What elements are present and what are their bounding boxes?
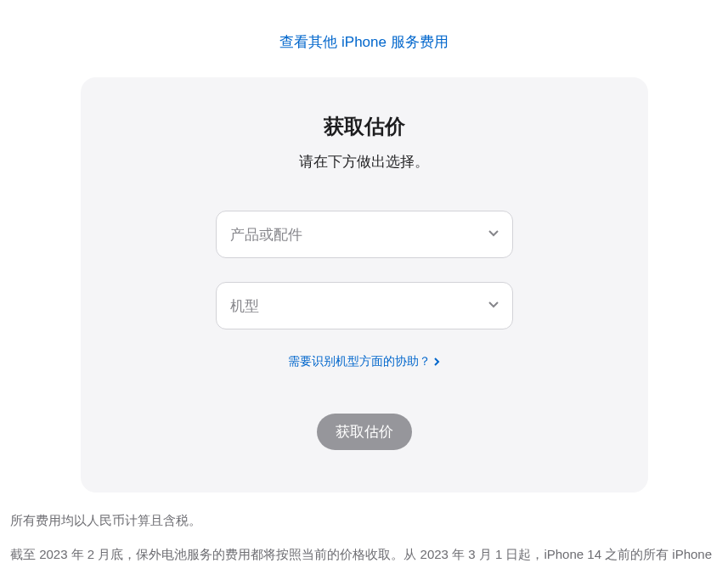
footer-notes: 所有费用均以人民币计算且含税。 截至 2023 年 2 月底，保外电池服务的费用… <box>0 493 728 563</box>
card-title: 获取估价 <box>115 113 614 140</box>
card-subtitle: 请在下方做出选择。 <box>115 152 614 172</box>
identify-model-help-link[interactable]: 需要识别机型方面的协助？ <box>288 354 440 369</box>
footer-line-2: 截至 2023 年 2 月底，保外电池服务的费用都将按照当前的价格收取。从 20… <box>10 543 718 564</box>
footer-line-1: 所有费用均以人民币计算且含税。 <box>10 510 718 532</box>
estimate-card: 获取估价 请在下方做出选择。 产品或配件 机型 需要识别机型方面的协助？ 获取估… <box>81 77 648 493</box>
model-select-wrap: 机型 <box>216 282 513 329</box>
help-link-text: 需要识别机型方面的协助？ <box>288 354 431 369</box>
top-link-container: 查看其他 iPhone 服务费用 <box>0 0 728 77</box>
view-other-services-link[interactable]: 查看其他 iPhone 服务费用 <box>279 34 448 50</box>
chevron-right-icon <box>434 355 440 369</box>
product-select[interactable]: 产品或配件 <box>216 211 513 258</box>
product-select-placeholder: 产品或配件 <box>230 225 302 245</box>
product-select-wrap: 产品或配件 <box>216 211 513 258</box>
model-select-placeholder: 机型 <box>230 296 259 316</box>
model-select[interactable]: 机型 <box>216 282 513 329</box>
get-estimate-button[interactable]: 获取估价 <box>317 414 412 450</box>
footer-line-2-prefix: 截至 2023 年 2 月底，保外电池服务的费用都将按照当前的价格收取。从 20… <box>10 547 712 564</box>
